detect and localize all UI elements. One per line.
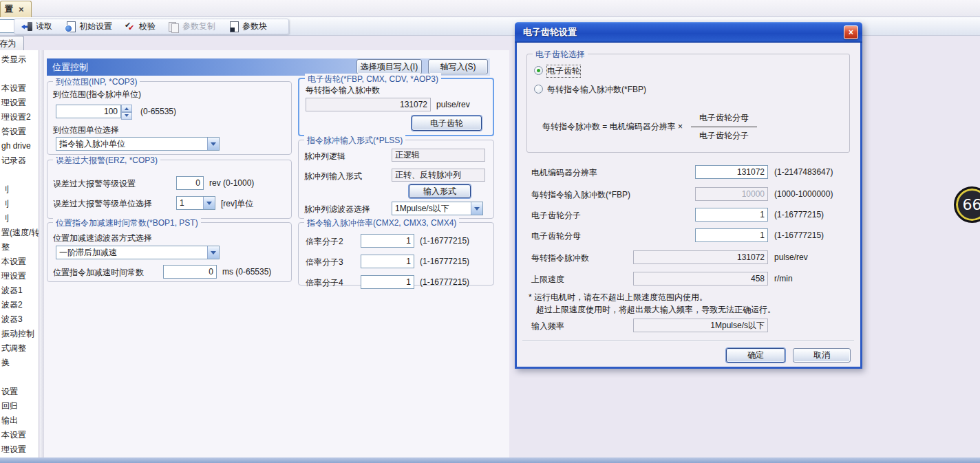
chevron-down-icon[interactable] [207, 138, 219, 150]
gear-ppr-field: 131072 [306, 98, 431, 111]
tab-close-icon[interactable]: × [19, 4, 24, 14]
read-button[interactable]: 读取 [21, 21, 52, 32]
radio-electronic-gear[interactable] [534, 66, 543, 75]
initial-settings-label: 初始设置 [79, 21, 112, 32]
spinner-down-icon[interactable] [121, 112, 132, 120]
radio-pulses-per-rev-label[interactable]: 每转指令输入脉冲数(*FBP) [547, 84, 646, 96]
ok-button[interactable]: 确定 [726, 348, 785, 363]
sidebar-item[interactable]: 波器3 [0, 312, 39, 327]
gear-ppr-unit: pulse/rev [436, 100, 470, 109]
electronic-gear-button[interactable]: 电子齿轮 [412, 116, 482, 131]
close-icon[interactable]: × [844, 25, 858, 39]
group-title: 位置指令加减速时间常数(*BOP1, PST) [53, 217, 201, 229]
sidebar-item[interactable]: 本设置 [0, 81, 39, 96]
sidebar-item[interactable]: 答设置 [0, 125, 39, 139]
sidebar-spacer [0, 370, 39, 385]
time-constant-input[interactable]: 0 [163, 265, 217, 279]
verify-button[interactable]: 校验 [125, 21, 156, 32]
formula-fraction: 电子齿轮分母 电子齿轮分子 [691, 112, 757, 142]
electronic-gear-dialog: 电子齿轮设置 × 电子齿轮选择 电子齿轮 每转指令输入脉冲数(*FBP) 每转指… [515, 22, 862, 369]
alarm-level-input[interactable]: 0 [176, 176, 204, 190]
magnification-3-value: 1 [406, 257, 411, 266]
sidebar-item[interactable]: 刂 [0, 211, 39, 226]
magnification-2-input[interactable]: 1 [361, 234, 414, 248]
write-selected-items-button[interactable]: 选择项目写入(I) [356, 59, 422, 74]
sidebar-item[interactable]: 理设置 [0, 442, 39, 457]
sidebar-item[interactable]: 输出 [0, 413, 39, 428]
parameter-block-label: 参数块 [242, 21, 267, 32]
radio-electronic-gear-label[interactable]: 电子齿轮 [547, 65, 580, 77]
input-frequency-label: 输入频率 [531, 321, 564, 332]
verify-icon [125, 21, 136, 32]
verify-label: 校验 [139, 21, 156, 32]
magnification-4-input[interactable]: 1 [361, 275, 414, 289]
accel-filter-label: 位置加减速滤波器方式选择 [53, 233, 152, 244]
in-position-range-spinner[interactable] [121, 105, 132, 118]
sidebar-item[interactable]: 换 [0, 356, 39, 370]
cancel-button[interactable]: 取消 [793, 348, 851, 363]
write-axis-button[interactable]: 轴写入(S) [428, 59, 488, 74]
parameter-copy-icon [168, 21, 179, 32]
save-as-tab[interactable]: 另存为 [0, 36, 24, 50]
pulse-form-field: 正转、反转脉冲列 [392, 169, 485, 182]
speed-limit-label: 上限速度 [531, 274, 564, 286]
chevron-down-icon[interactable] [471, 202, 482, 215]
parameter-block-button[interactable]: 参数块 [228, 21, 267, 32]
gear-numerator-value: 1 [760, 210, 765, 219]
sidebar-item[interactable]: 式调整 [0, 341, 39, 356]
chevron-down-icon[interactable] [207, 246, 219, 259]
speed-limit-unit: r/min [774, 274, 793, 283]
formula-numerator: 电子齿轮分母 [691, 112, 757, 127]
group-pulse-magnification: 指令输入脉冲倍率(CMX2, CMX3, CMX4) 倍率分子2 1 (1-16… [298, 222, 494, 286]
in-position-range-value: 100 [104, 107, 118, 116]
result-ppr-field: 131072 [633, 250, 768, 264]
group-title: 指令输入脉冲倍率(CMX2, CMX3, CMX4) [304, 217, 459, 229]
alarm-unit-label: 误差过大报警等级单位选择 [53, 198, 152, 210]
spinner-up-icon[interactable] [121, 105, 132, 112]
sidebar-spacer [0, 168, 39, 182]
in-position-range-input[interactable]: 100 [56, 105, 121, 118]
radio-pulses-per-rev[interactable] [534, 85, 543, 94]
gear-numerator-input[interactable]: 1 [695, 208, 768, 222]
pulse-filter-value: 1Mpulse/s以下 [392, 202, 471, 215]
document-tab[interactable]: 置 × [0, 1, 32, 17]
input-form-button[interactable]: 输入形式 [409, 184, 471, 198]
magnification-3-hint: (1-16777215) [420, 257, 469, 266]
in-position-unit-select[interactable]: 指令输入脉冲单位 [56, 137, 220, 151]
sidebar-item[interactable]: 本设置 [0, 255, 39, 269]
sidebar-item[interactable]: 刂 [0, 197, 39, 211]
magnification-3-input[interactable]: 1 [361, 255, 414, 268]
group-accel-decel: 位置指令加减速时间常数(*BOP1, PST) 位置加减速滤波器方式选择 一阶滞… [47, 222, 292, 282]
gear-denominator-hint: (1-16777215) [774, 230, 824, 240]
read-label: 读取 [36, 21, 52, 32]
sidebar-item[interactable]: 刂 [0, 182, 39, 197]
sidebar-item[interactable]: 理设置2 [0, 110, 39, 125]
encoder-resolution-hint: (1-2147483647) [774, 167, 833, 177]
sidebar-item[interactable]: 设置 [0, 385, 39, 399]
initial-settings-button[interactable]: 初始设置 [65, 21, 112, 32]
sidebar-item[interactable]: 理设置 [0, 269, 39, 283]
pulse-filter-select[interactable]: 1Mpulse/s以下 [392, 202, 483, 215]
in-position-range-label: 到位范围(指令脉冲单位) [53, 89, 141, 100]
sidebar-item[interactable]: 置(速度/转 [0, 226, 39, 240]
sidebar-item[interactable]: 回归 [0, 399, 39, 413]
alarm-unit-select[interactable]: 1 [176, 196, 215, 210]
sidebar-item[interactable]: 类显示 [0, 52, 39, 67]
sidebar-item[interactable]: 波器1 [0, 283, 39, 298]
accel-filter-select[interactable]: 一阶滞后加减速 [56, 246, 220, 259]
dialog-title-bar[interactable]: 电子齿轮设置 [515, 22, 862, 43]
sidebar-item[interactable]: 理设置 [0, 96, 39, 110]
parameter-copy-label: 参数复制 [182, 21, 215, 32]
encoder-resolution-input[interactable]: 131072 [695, 165, 768, 179]
sidebar-item[interactable]: 整 [0, 240, 39, 255]
chevron-down-icon[interactable] [203, 197, 215, 209]
sidebar-item[interactable]: 波器2 [0, 298, 39, 312]
sidebar-item[interactable]: 本设置 [0, 428, 39, 442]
gear-denominator-input[interactable]: 1 [695, 228, 768, 242]
step-badge: 66 [954, 186, 980, 223]
divider [522, 340, 854, 341]
pulse-logic-label: 脉冲列逻辑 [304, 151, 345, 162]
sidebar-item[interactable]: 记录器 [0, 153, 39, 168]
sidebar-item[interactable]: gh drive [0, 139, 39, 153]
sidebar-item[interactable]: 振动控制 [0, 327, 39, 341]
